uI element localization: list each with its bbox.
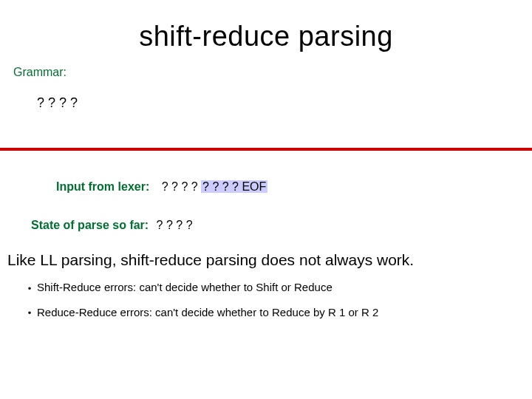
bullet-icon: • (27, 283, 33, 294)
lexer-input-lookahead: ? ? ? ? EOF (201, 180, 267, 193)
divider (0, 148, 532, 151)
bullet-text: Shift-Reduce errors: can't decide whethe… (37, 281, 332, 293)
body-text: Like LL parsing, shift-reduce parsing do… (7, 251, 532, 269)
lexer-input-prefix: ? ? ? ? (162, 180, 201, 193)
bullet-shift-reduce: •Shift-Reduce errors: can't decide wheth… (27, 281, 532, 294)
grammar-body: ? ? ? ? (37, 95, 532, 111)
state-value: ? ? ? ? (157, 219, 193, 231)
grammar-label: Grammar: (13, 66, 532, 79)
lexer-row: Input from lexer: ? ? ? ? ? ? ? ? EOF (56, 180, 532, 194)
state-row: State of parse so far: ? ? ? ? (31, 219, 532, 232)
slide: shift-reduce parsing Grammar: ? ? ? ? In… (0, 21, 532, 399)
state-label: State of parse so far: (31, 219, 149, 231)
bullet-icon: • (27, 307, 33, 318)
lexer-input: ? ? ? ? ? ? ? ? EOF (157, 180, 270, 194)
lexer-label: Input from lexer: (56, 180, 149, 193)
bullet-text: Reduce-Reduce errors: can't decide wheth… (37, 306, 378, 318)
slide-title: shift-reduce parsing (0, 21, 532, 52)
bullet-reduce-reduce: •Reduce-Reduce errors: can't decide whet… (27, 306, 532, 319)
